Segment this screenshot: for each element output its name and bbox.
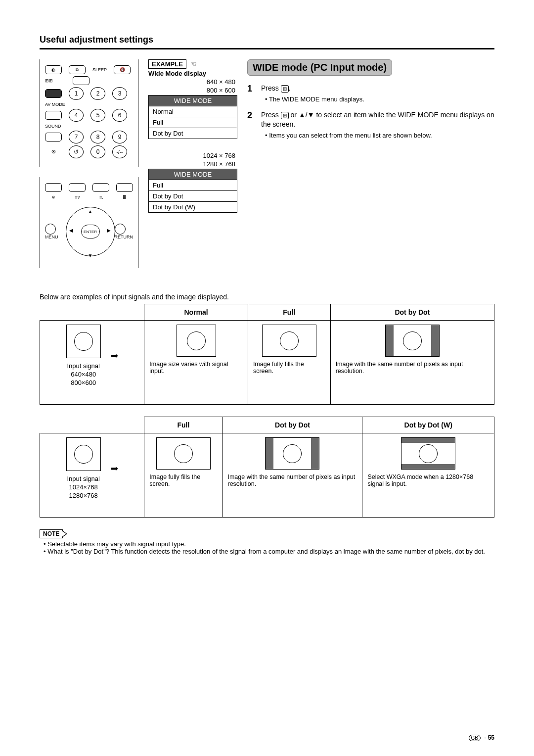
page-footer: GB - 55 xyxy=(469,734,494,741)
t2-c3-caption: Select WXGA mode when a 1280×768 signal … xyxy=(367,473,489,487)
osd-b-item-1: Full xyxy=(149,180,237,190)
t1-input-res1: 640×480 xyxy=(71,371,96,378)
t2-c1-screen xyxy=(156,437,211,470)
note-tag: NOTE xyxy=(40,529,63,538)
top-grid: ◐ ⧉ SLEEP 🔇 ⊞⊞ 1 2 3 AV MODE 4 5 6 xyxy=(40,59,494,278)
digit-5: 5 xyxy=(90,109,105,122)
digit-9: 9 xyxy=(112,131,127,143)
osd-a-item-3: Dot by Dot xyxy=(149,128,237,139)
digit-8: 8 xyxy=(90,131,105,143)
t1-c3-caption: Image with the same number of pixels as … xyxy=(336,361,489,375)
osd-b-item-3: Dot by Dot (W) xyxy=(149,201,237,212)
t1-h2: Full xyxy=(248,304,330,321)
t1-c1-caption: Image size varies with signal input. xyxy=(149,361,243,375)
digit-6: 6 xyxy=(112,109,127,122)
res-b-2: 1280 × 768 xyxy=(150,160,235,168)
t1-c2-screen xyxy=(262,325,316,357)
res-b-1: 1024 × 768 xyxy=(150,152,235,159)
t2-h1: Full xyxy=(144,417,222,433)
step-2-bullet: • Items you can select from the menu lis… xyxy=(270,131,494,140)
return-label: RETURN xyxy=(115,235,134,239)
osd-a-item-1: Normal xyxy=(149,106,237,117)
step-1-text: Press xyxy=(261,84,281,92)
step-1-num: 1 xyxy=(247,84,256,103)
sound-button xyxy=(45,133,62,142)
aux3-button xyxy=(92,183,109,192)
pip-icon-button: ⧉ xyxy=(69,65,86,74)
remote-column: ◐ ⧉ SLEEP 🔇 ⊞⊞ 1 2 3 AV MODE 4 5 6 xyxy=(40,59,138,278)
note-list: • Selectable items may vary with signal … xyxy=(40,540,494,555)
dpad: ▲ ▼ ◀ ▶ ENTER xyxy=(58,202,115,261)
t2-c2-caption: Image with the same number of pixels as … xyxy=(227,473,357,487)
teletext-icon: ≡? xyxy=(75,195,80,200)
osd-a-item-2: Full xyxy=(149,117,237,128)
av-mode-label: AV MODE xyxy=(45,102,133,107)
t2-h3: Dot by Dot (W) xyxy=(362,417,494,433)
step-1: 1 Press ⊞. • The WIDE MODE menu displays… xyxy=(247,84,494,103)
arrow-right-icon-2: ➡ xyxy=(111,463,118,474)
example-tag: EXAMPLE xyxy=(148,59,186,69)
res-a-2: 800 × 600 xyxy=(150,87,235,94)
down-arrow-icon: ▼ xyxy=(88,253,93,258)
list-icon: ≣ xyxy=(123,195,127,200)
t1-input-title: Input signal xyxy=(67,362,100,370)
t1-input-res2: 800×600 xyxy=(71,379,96,386)
wide-mode-button xyxy=(45,89,62,98)
example-heading: Wide Mode display xyxy=(148,70,237,77)
freeze-icon: ❄ xyxy=(51,195,55,200)
osd-box-b: WIDE MODE Full Dot by Dot Dot by Dot (W) xyxy=(148,169,237,213)
title-rule xyxy=(40,48,494,49)
t2-input-res2: 1280×768 xyxy=(69,492,98,499)
t2-c2-screen xyxy=(265,437,319,470)
step-2-text-b: or ▲/▼ to select an item while the WIDE … xyxy=(261,111,494,128)
step-1-bullet: • The WIDE MODE menu displays. xyxy=(270,95,494,104)
digit-3: 3 xyxy=(112,87,127,100)
t1-c3-screen xyxy=(385,325,440,357)
sleep-label: SLEEP xyxy=(92,67,107,72)
digit-2: 2 xyxy=(90,87,105,100)
osd-box-a: WIDE MODE Normal Full Dot by Dot xyxy=(148,95,237,139)
region-badge: GB xyxy=(469,735,481,741)
power-icon-button: ◐ xyxy=(45,65,62,74)
t1-c1-screen xyxy=(177,325,216,357)
enter-button: ENTER xyxy=(81,225,100,238)
t2-input-res1: 1024×768 xyxy=(69,483,98,491)
wide-mode-glyph-icon: ⊞ xyxy=(281,85,289,93)
mode-table-1: Normal Full Dot by Dot Input signal 640×… xyxy=(40,304,494,405)
aux1-button xyxy=(45,183,62,192)
right-arrow-icon: ▶ xyxy=(107,228,111,233)
note-1: • Selectable items may vary with signal … xyxy=(48,540,494,548)
step-2-num: 2 xyxy=(247,110,256,140)
sound-label: SOUND xyxy=(45,124,133,129)
left-arrow-icon: ◀ xyxy=(69,228,73,233)
note-header: NOTE xyxy=(40,529,494,538)
res-a-1: 640 × 480 xyxy=(150,78,235,86)
t2-h2: Dot by Dot xyxy=(222,417,362,433)
plusminus-button: -/-- xyxy=(112,145,127,158)
av-mode-button xyxy=(45,111,62,120)
arrow-right-icon: ➡ xyxy=(111,350,118,361)
remote-upper: ◐ ⧉ SLEEP 🔇 ⊞⊞ 1 2 3 AV MODE 4 5 6 xyxy=(40,59,138,167)
osd-b-item-2: Dot by Dot xyxy=(149,190,237,201)
t2-c1-caption: Image fully fills the screen. xyxy=(149,473,217,487)
flashback-button: ↺ xyxy=(69,145,84,158)
remote-lower: ❄ ≡? ≡. ≣ MENU ▲ ▼ ◀ ▶ ENTER xyxy=(40,177,138,268)
t1-c2-caption: Image fully fills the screen. xyxy=(253,361,325,375)
digit-1: 1 xyxy=(69,87,84,100)
aux4-button xyxy=(116,183,133,192)
note-2: • What is "Dot by Dot"? This function de… xyxy=(48,548,494,555)
tables-intro: Below are examples of input signals and … xyxy=(40,293,494,301)
mute-icon-button: 🔇 xyxy=(114,65,131,74)
wide-icon: ⊞⊞ xyxy=(45,78,53,83)
osd-header-b: WIDE MODE xyxy=(149,169,237,180)
osd-header-a: WIDE MODE xyxy=(149,95,237,106)
step-2: 2 Press ⊞ or ▲/▼ to select an item while… xyxy=(247,110,494,140)
digit-7: 7 xyxy=(69,131,84,143)
t1-h1: Normal xyxy=(144,304,248,321)
text-column: WIDE mode (PC Input mode) 1 Press ⊞. • T… xyxy=(247,59,494,278)
section-banner: WIDE mode (PC Input mode) xyxy=(247,59,392,76)
menu-button xyxy=(45,224,56,235)
wide-mode-glyph-icon-2: ⊞ xyxy=(281,112,289,120)
t2-input-title: Input signal xyxy=(67,475,100,482)
t2-c3-screen xyxy=(401,437,455,470)
